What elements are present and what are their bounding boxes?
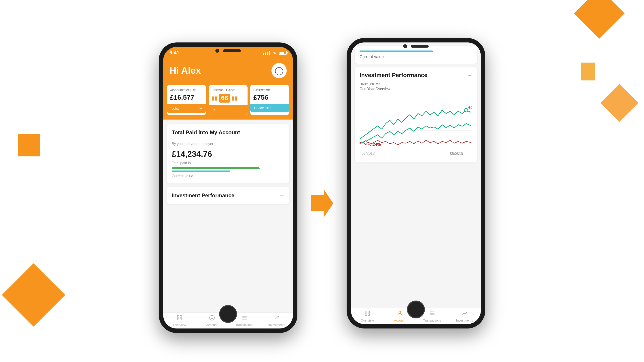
- ip-unit-price: UNIT PRICE: [360, 82, 472, 86]
- arrow-icon: →: [199, 106, 203, 111]
- phone-speaker-2: [411, 45, 429, 48]
- account-value-card[interactable]: ACCOUNT VALUE £16,577 Today →: [167, 85, 206, 115]
- total-paid-bar-label: Total paid in: [172, 161, 284, 165]
- phone-speaker: [223, 49, 241, 52]
- total-paid-card: Total Paid into My Account By you and yo…: [167, 124, 289, 183]
- main-scroll-area: Total Paid into My Account By you and yo…: [163, 120, 293, 312]
- svg-text:+0.75%: +0.75%: [468, 105, 472, 110]
- home-button-area: [163, 306, 293, 329]
- account-value-label: ACCOUNT VALUE: [170, 88, 203, 92]
- svg-point-9: [465, 108, 468, 112]
- current-value-card-top: Current value: [355, 46, 477, 64]
- app-header: Hi Alex ◯: [163, 58, 293, 85]
- progress-bars: [172, 167, 284, 172]
- contribution-date: 12 Jan 202...: [253, 106, 274, 110]
- home-button[interactable]: [219, 305, 237, 323]
- phone-1-screen: 9:41 ∿ Hi Alex: [163, 47, 293, 329]
- investment-performance-card-phone2: Investment Performance → UNIT PRICE One …: [355, 67, 477, 162]
- cv-progress-bar: [360, 50, 433, 52]
- avatar-button[interactable]: ◯: [272, 63, 287, 78]
- summary-cards: ACCOUNT VALUE £16,577 Today → LIFESIGHT …: [163, 85, 293, 120]
- svg-text:08/2018: 08/2018: [362, 151, 375, 156]
- today-label: Today: [170, 107, 180, 111]
- signal-icon: [263, 51, 270, 55]
- battery-icon: [278, 51, 287, 55]
- lifesight-value-row: ▮▮ 68 ▮▮: [212, 94, 245, 103]
- home-button-2[interactable]: [407, 301, 425, 319]
- latest-contribution-card[interactable]: LATEST CO... £756 12 Jan 202...: [250, 85, 289, 115]
- front-camera-2: [403, 44, 407, 48]
- wifi-icon: ∿: [272, 50, 276, 55]
- inv-arrow-icon: →: [280, 193, 284, 198]
- lifesight-icon-left: ▮▮: [212, 95, 218, 101]
- greeting-text: Hi Alex: [170, 65, 201, 76]
- account-value-amount: £16,577: [170, 94, 203, 101]
- contribution-label: LATEST CO...: [253, 88, 286, 92]
- svg-text:-0.24%: -0.24%: [368, 142, 381, 147]
- contribution-amount: £756: [253, 94, 286, 101]
- arrow-decoration: [311, 190, 333, 217]
- investment-chart: +0.75% -0.24% 08/2018 08/2019: [360, 94, 472, 157]
- lifesight-label: LIFESIGHT AGE: [212, 88, 245, 92]
- lifesight-icon-right: ▮▮: [232, 95, 238, 101]
- lifesight-age-card[interactable]: LIFESIGHT AGE ▮▮ 68 ▮▮ ⇗: [209, 85, 248, 115]
- home-button-area-2: [351, 302, 481, 324]
- ip-one-year: One Year Overview: [360, 87, 472, 91]
- current-value-label: Current value: [172, 174, 284, 178]
- phone-1: 9:41 ∿ Hi Alex: [159, 42, 298, 333]
- total-paid-subtitle: By you and your employer: [172, 142, 284, 146]
- front-camera: [215, 49, 219, 53]
- phones-container: 9:41 ∿ Hi Alex: [0, 0, 644, 362]
- total-paid-amount: £14,234.76: [172, 149, 284, 159]
- user-icon: ◯: [274, 66, 284, 75]
- green-progress-bar: [172, 167, 260, 169]
- ip-card-header: Investment Performance →: [360, 72, 472, 79]
- svg-point-11: [364, 141, 367, 144]
- expand-icon: ⇗: [212, 107, 216, 113]
- cv-card-label: Current value: [360, 54, 472, 59]
- phone-2-screen: Current value Investment Performance → U…: [351, 42, 481, 324]
- lifesight-age-number: 68: [219, 94, 230, 103]
- total-paid-title: Total Paid into My Account: [172, 129, 284, 136]
- contribution-footer: 12 Jan 202...: [250, 104, 289, 112]
- status-icons: ∿: [263, 50, 287, 55]
- svg-text:08/2019: 08/2019: [450, 151, 463, 156]
- ip-title: Investment Performance: [360, 72, 427, 79]
- ip-arrow-icon[interactable]: →: [467, 72, 472, 78]
- inv-performance-title: Investment Performance: [172, 192, 234, 199]
- account-value-footer: Today →: [167, 104, 206, 113]
- chart-svg: +0.75% -0.24% 08/2018 08/2019: [360, 94, 472, 157]
- phone-2: Current value Investment Performance → U…: [346, 38, 485, 329]
- blue-progress-bar: [172, 170, 230, 172]
- lifesight-footer: ⇗: [209, 105, 248, 115]
- status-time: 9:41: [170, 50, 179, 56]
- investment-performance-card-phone1[interactable]: Investment Performance →: [167, 187, 289, 204]
